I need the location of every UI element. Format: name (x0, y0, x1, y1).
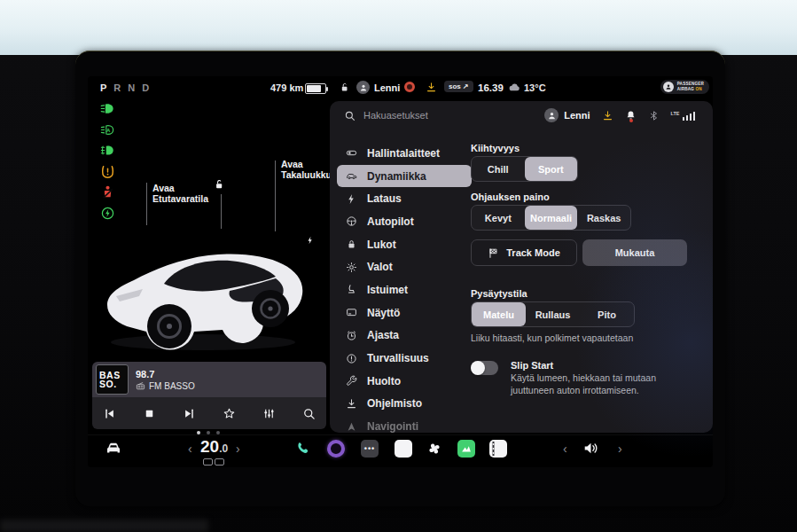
steering-wheel-icon (346, 215, 357, 227)
lock-icon (346, 239, 357, 250)
more-apps-icon[interactable]: ••• (361, 440, 379, 458)
cabin-temperature[interactable]: 20.0 (200, 437, 228, 457)
gear-indicator[interactable]: P R N D (100, 82, 150, 93)
charts-app-icon[interactable] (457, 440, 475, 458)
low-beam-icon (100, 101, 115, 116)
sos-label: sos (449, 82, 461, 90)
menu-item-navigointi[interactable]: Navigointi (337, 415, 472, 433)
option-chill[interactable]: Chill (472, 157, 525, 181)
settings-menu: Hallintalaitteet Dynamiikka Lataus Autop… (337, 142, 472, 433)
seat-heater-right-icon (215, 458, 224, 466)
car-settings-icon[interactable] (105, 440, 122, 458)
gear-d: D (142, 82, 150, 93)
software-update-icon[interactable] (426, 82, 437, 93)
search-icon (344, 110, 356, 121)
weather-cloud-icon (508, 81, 521, 94)
tire-pressure-warning-icon (100, 164, 115, 179)
vehicle-illustration (95, 209, 316, 356)
charge-port-icon[interactable] (306, 236, 315, 245)
customize-button[interactable]: Mukauta (582, 239, 687, 266)
search-placeholder: Hakuasetukset (363, 110, 428, 121)
unlocked-icon[interactable] (339, 82, 350, 93)
option-sport[interactable]: Sport (525, 157, 578, 181)
fog-light-icon (100, 143, 115, 158)
media-source: FM BASSO (149, 381, 195, 391)
favorite-button[interactable] (223, 407, 236, 420)
person-icon (359, 83, 368, 92)
menu-item-turvallisuus[interactable]: Turvallisuus (337, 347, 472, 370)
volume-icon[interactable] (582, 440, 599, 457)
auto-high-beam-icon (100, 122, 115, 137)
sos-arrow-icon: ↗ (463, 82, 469, 90)
battery-icon (305, 83, 326, 94)
media-controls (92, 397, 326, 429)
car-side-icon (346, 170, 357, 182)
menu-item-lataus[interactable]: Lataus (337, 187, 472, 210)
bolt-icon (346, 193, 357, 205)
touchscreen-display: P R N D 479 km Lenni sos↗ 16.39 13°C (88, 76, 713, 467)
menu-item-istuimet[interactable]: Istuimet (337, 278, 472, 301)
temp-increase-chevron[interactable]: › (236, 442, 240, 455)
settings-content: Kiihtyvyys Chill Sport Ohjauksen paino K… (471, 101, 701, 115)
option-rullaus[interactable]: Rullaus (526, 302, 580, 326)
unlock-car-icon[interactable] (213, 178, 225, 191)
stop-button[interactable] (143, 407, 156, 420)
open-front-trunk-button[interactable]: Avaa Etutavaratila (152, 183, 216, 205)
menu-item-naytto[interactable]: Näyttö (337, 301, 472, 325)
seat-heater-left-icon (203, 458, 213, 466)
menu-item-autopilot[interactable]: Autopilot (337, 210, 472, 233)
menu-item-huolto[interactable]: Huolto (337, 370, 472, 393)
download-icon (346, 398, 357, 410)
stopping-mode-control: Matelu Rullaus Pito (471, 301, 635, 327)
slip-start-label: Slip Start (511, 360, 553, 371)
dashboard-reflection (0, 520, 208, 532)
steering-weight-label: Ohjauksen paino (471, 192, 550, 202)
settings-panel: Hakuasetukset Lenni (330, 101, 713, 433)
menu-item-hallintalaitteet[interactable]: Hallintalaitteet (337, 142, 472, 165)
toggle-knob (471, 361, 485, 375)
station-logo-line2: SO. (99, 379, 128, 389)
driver-avatar[interactable] (356, 81, 370, 94)
album-art: BAS SO. (96, 364, 129, 395)
option-normaali[interactable]: Normaali (525, 206, 578, 230)
temp-decrease-chevron[interactable]: ‹ (188, 442, 192, 455)
alarm-clock-icon (346, 330, 357, 341)
media-now-playing[interactable]: BAS SO. 98.7 FM BASSO (92, 362, 326, 397)
option-raskas[interactable]: Raskas (577, 206, 630, 230)
menu-item-ajasta[interactable]: Ajasta (337, 325, 472, 348)
record-app-icon[interactable] (327, 440, 345, 458)
volume-down-chevron[interactable]: ‹ (563, 442, 567, 455)
menu-item-dynamiikka[interactable]: Dynamiikka (337, 165, 472, 188)
media-search-button[interactable] (302, 407, 316, 420)
option-pito[interactable]: Pito (580, 302, 634, 326)
menu-item-ohjelmisto[interactable]: Ohjelmisto (337, 393, 472, 416)
option-matelu[interactable]: Matelu (472, 302, 526, 326)
track-mode-button[interactable]: Track Mode (471, 239, 577, 266)
seat-icon (346, 284, 357, 295)
equalizer-button[interactable] (262, 407, 276, 420)
recording-indicator-icon[interactable] (404, 82, 415, 92)
option-kevyt[interactable]: Kevyt (472, 206, 525, 230)
next-track-button[interactable] (183, 407, 196, 420)
acceleration-label: Kiihtyvyys (471, 143, 520, 153)
stopping-mode-description: Liiku hitaasti, kun polkimet vapautetaan (471, 332, 692, 343)
chart-glyph (460, 442, 473, 455)
notes-app-icon[interactable] (489, 440, 507, 458)
controls-icon (346, 147, 357, 159)
fan-climate-icon[interactable] (426, 440, 443, 458)
calendar-app-icon[interactable] (395, 440, 412, 458)
slip-start-toggle[interactable] (471, 361, 498, 375)
menu-item-lukot[interactable]: Lukot (337, 233, 472, 256)
stopping-mode-label: Pysäytystila (471, 288, 527, 299)
menu-item-valot[interactable]: Valot (337, 255, 472, 278)
gear-n: N (128, 82, 136, 93)
safety-icon (346, 353, 357, 364)
previous-track-button[interactable] (103, 407, 116, 420)
battery-range: 479 km (270, 82, 303, 93)
outside-temperature: 13°C (524, 82, 546, 93)
slip-start-description: Käytä lumeen, hiekkaan tai mutaan juuttu… (511, 372, 695, 396)
phone-icon[interactable] (295, 441, 310, 456)
driver-name[interactable]: Lenni (374, 82, 400, 93)
media-player: BAS SO. 98.7 FM BASSO (92, 362, 326, 429)
volume-up-chevron[interactable]: › (618, 442, 622, 455)
